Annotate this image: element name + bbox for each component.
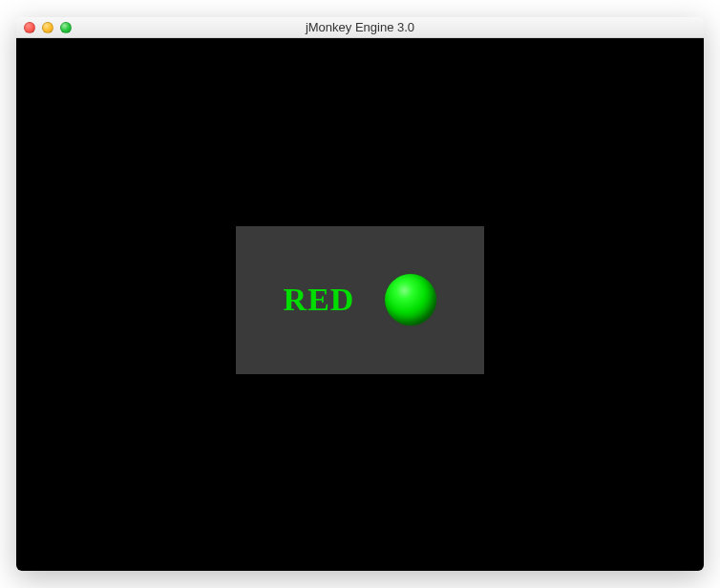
titlebar: jMonkey Engine 3.0 bbox=[16, 17, 704, 38]
traffic-lights bbox=[24, 22, 72, 33]
close-icon[interactable] bbox=[24, 22, 35, 33]
maximize-icon[interactable] bbox=[60, 22, 72, 33]
window-title: jMonkey Engine 3.0 bbox=[16, 20, 704, 34]
panel-label: RED bbox=[284, 282, 355, 318]
sphere-icon bbox=[385, 274, 436, 326]
viewport-3d[interactable]: RED bbox=[16, 38, 704, 571]
app-window: jMonkey Engine 3.0 RED bbox=[16, 17, 704, 571]
ui-panel: RED bbox=[236, 226, 484, 374]
minimize-icon[interactable] bbox=[42, 22, 53, 33]
